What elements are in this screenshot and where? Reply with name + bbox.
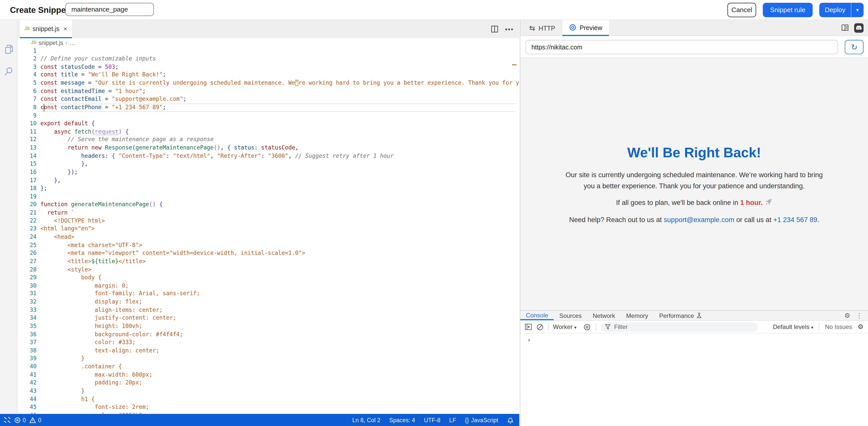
problems-errors[interactable]: 0 [14,417,26,423]
clear-console-icon[interactable] [536,323,544,331]
live-expression-eye-icon[interactable] [583,323,591,331]
refresh-button[interactable]: ↻ [845,40,864,54]
code-line[interactable]: 28 <style> [18,266,519,274]
tab-http[interactable]: ⇆ HTTP [523,20,562,36]
console-settings-gear-icon[interactable]: ⚙ [858,323,864,331]
code-line[interactable]: 39 } [18,355,519,363]
code-line[interactable]: 25 <meta charset="UTF-8"> [18,241,519,249]
cancel-button[interactable]: Cancel [727,3,756,17]
tab-snippet-js[interactable]: JS snippet.js × [20,20,72,38]
code-line[interactable]: 14 headers: { "Content-Type": "text/html… [18,152,519,160]
line-number: 18 [18,184,36,193]
code-line[interactable]: 29 body { [18,274,519,282]
devtools-tab-performance[interactable]: Performance [654,311,707,320]
code-line[interactable]: 36 background-color: #f4f4f4; [18,331,519,339]
devtools-tab-memory[interactable]: Memory [621,311,654,320]
code-line[interactable]: 8const contactPhone = "+1 234 567 89"; [18,104,519,112]
line-number: 3 [18,63,36,71]
split-editor-icon[interactable] [491,25,498,33]
code-line[interactable]: 32 display: flex; [18,298,519,306]
code-line[interactable]: 10export default { [18,120,519,128]
code-line[interactable]: 13 return new Response(generateMaintenan… [18,144,519,152]
more-actions-icon[interactable]: ••• [505,25,514,33]
code-line[interactable]: 43 } [18,387,519,395]
console-context-selector[interactable]: Worker ▾ [553,323,577,330]
code-line[interactable]: 41 max-width: 600px; [18,371,519,379]
docs-book-icon[interactable] [841,24,849,32]
discord-icon[interactable] [854,23,864,32]
code-line[interactable]: 2// Define your customizable inputs [18,55,519,63]
code-line[interactable]: 40 .container { [18,363,519,371]
indentation[interactable]: Spaces: 4 [389,417,415,423]
code-line[interactable]: 18}; [18,184,519,193]
code-line[interactable]: 38 text-align: center; [18,347,519,355]
code-line[interactable]: 24 <head> [18,233,519,241]
tab-close-icon[interactable]: × [63,25,67,32]
line-number: 43 [18,387,36,395]
code-line[interactable]: 19 [18,193,519,201]
problems-warnings[interactable]: 0 [29,417,41,423]
language-mode[interactable]: {} JavaScript [465,417,498,423]
code-line[interactable]: 21 return ` [18,209,519,217]
cursor-position[interactable]: Ln 8, Col 2 [352,417,381,423]
console-output[interactable]: › [520,334,868,426]
code-line[interactable]: 30 margin: 0; [18,282,519,290]
console-prompt-chevron[interactable]: › [527,336,531,344]
code-line[interactable]: 37 color: #333; [18,339,519,347]
console-sidebar-icon[interactable] [525,323,532,330]
notifications-bell-icon[interactable] [507,417,514,424]
code-line[interactable]: 35 height: 100vh; [18,322,519,331]
eol-sequence[interactable]: LF [450,417,456,423]
line-number: 20 [18,201,36,209]
code-line[interactable]: 42 padding: 20px; [18,379,519,387]
line-number: 25 [18,241,36,249]
code-line[interactable]: 16 }); [18,168,519,176]
preview-url-input[interactable] [525,40,838,54]
deploy-dropdown-button[interactable]: ▼ [851,3,864,17]
encoding[interactable]: UTF-8 [424,417,440,423]
files-icon[interactable] [0,45,18,55]
search-icon[interactable] [0,66,18,77]
code-line[interactable]: 4const title = "We'll Be Right Back!"; [18,71,519,79]
tab-preview[interactable]: Preview [562,20,609,36]
snippet-rule-button[interactable]: Snippet rule [763,3,813,17]
code-line[interactable]: 5const message = "Our site is currently … [18,79,519,87]
remote-indicator-icon[interactable] [3,417,11,423]
code-line[interactable]: 7const contactEmail = "support@example.c… [18,95,519,104]
code-line[interactable]: 1 [18,47,519,55]
line-number: 22 [18,217,36,225]
code-line[interactable]: 3const statusCode = 503; [18,63,519,71]
devtools-tab-console[interactable]: Console [520,311,554,320]
code-line[interactable]: 26 <meta name="viewport" content="width=… [18,250,519,258]
code-line[interactable]: 23<html lang="en"> [18,225,519,233]
devtools-tab-sources[interactable]: Sources [554,311,587,320]
code-line[interactable]: 46 color: #0056b3; [18,411,519,414]
log-levels-dropdown[interactable]: Default levels ▾ [773,323,813,330]
code-line[interactable]: 31 font-family: Arial, sans-serif; [18,290,519,298]
devtools-tab-network[interactable]: Network [587,311,621,320]
code-line[interactable]: 15 }, [18,160,519,168]
breadcrumb[interactable]: JS snippet.js › … [18,38,519,47]
code-line[interactable]: 12 // Serve the maintenance page as a re… [18,136,519,144]
code-line[interactable]: 45 font-size: 2rem; [18,403,519,411]
issues-counter[interactable]: No Issues [825,323,852,330]
code-line[interactable]: 22 <!DOCTYPE html> [18,217,519,225]
deploy-button[interactable]: Deploy ▼ [819,3,864,17]
code-line[interactable]: 33 align-items: center; [18,306,519,314]
active-line-highlight [38,104,517,112]
support-email-link[interactable]: support@example.com [664,216,734,224]
code-line[interactable]: 34 justify-content: center; [18,314,519,322]
code-line[interactable]: 17 }, [18,176,519,184]
code-line[interactable]: 27 <title>${title}</title> [18,258,519,266]
code-line[interactable]: 9 [18,112,519,120]
devtools-kebab-menu-icon[interactable]: ⋮ [856,312,863,319]
code-editor[interactable]: 12// Define your customizable inputs3con… [18,47,519,414]
code-line[interactable]: 44 h1 { [18,395,519,403]
devtools-settings-gear-icon[interactable]: ⚙ [844,312,850,319]
console-filter-input[interactable]: Filter [601,322,758,332]
code-line[interactable]: 20function generateMaintenancePage() { [18,201,519,209]
code-line[interactable]: 6const estimatedTime = "1 hour"; [18,87,519,95]
snippet-name-input[interactable] [65,3,154,16]
code-line[interactable]: 11 async fetch(request) { [18,128,519,136]
phone-link[interactable]: +1 234 567 89 [773,216,817,224]
